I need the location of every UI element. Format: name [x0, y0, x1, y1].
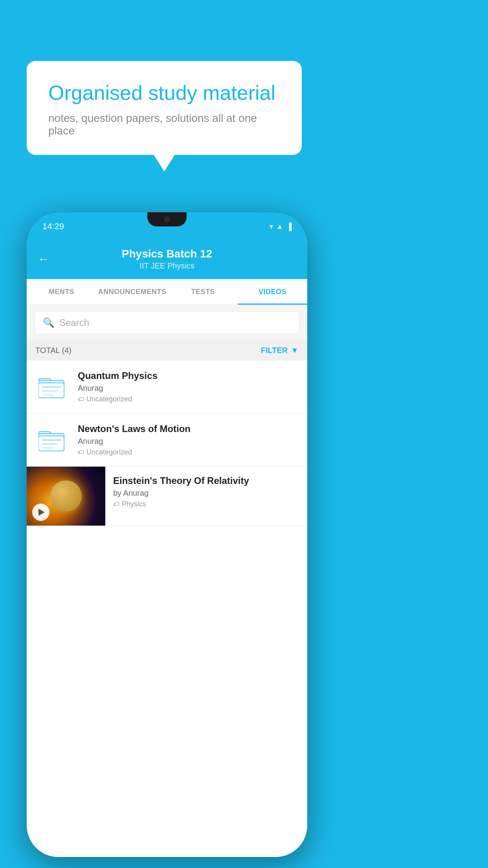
header-title: Physics Batch 12: [122, 248, 212, 260]
svg-rect-2: [42, 386, 61, 388]
svg-rect-8: [42, 443, 57, 445]
einstein-thumbnail: [27, 467, 105, 526]
video-info: Quantum Physics Anurag 🏷 Uncategorized: [78, 370, 299, 403]
planet-shape: [50, 480, 82, 512]
video-tag: 🏷 Uncategorized: [78, 448, 299, 456]
tag-icon: 🏷: [113, 501, 119, 508]
play-button[interactable]: [32, 504, 50, 521]
play-triangle-icon: [39, 509, 45, 516]
back-button[interactable]: ←: [38, 252, 50, 266]
folder-icon: [39, 375, 66, 399]
video-title: Einstein's Theory Of Relativity: [113, 475, 299, 486]
tag-label: Physics: [122, 500, 146, 508]
video-tag: 🏷 Physics: [113, 500, 299, 508]
video-info: Einstein's Theory Of Relativity by Anura…: [105, 467, 307, 517]
speech-bubble-container: Organised study material notes, question…: [27, 61, 302, 155]
tab-announcements[interactable]: ANNOUNCEMENTS: [96, 279, 169, 305]
total-count-label: TOTAL (4): [35, 346, 72, 355]
battery-icon: ▐: [286, 223, 292, 231]
folder-icon-container: [35, 422, 70, 458]
tabs-bar: MENTS ANNOUNCEMENTS TESTS VIDEOS: [27, 279, 307, 305]
filter-bar: TOTAL (4) FILTER ▼: [27, 340, 307, 360]
video-list: Quantum Physics Anurag 🏷 Uncategorized: [27, 360, 307, 526]
search-icon: 🔍: [43, 317, 55, 328]
tag-icon: 🏷: [78, 396, 84, 403]
search-placeholder: Search: [59, 317, 89, 328]
tag-label: Uncategorized: [86, 395, 132, 403]
screen: ← Physics Batch 12 IIT JEE Physics MENTS…: [27, 241, 307, 857]
status-time: 14:29: [42, 221, 64, 232]
svg-rect-7: [42, 439, 61, 441]
tab-videos[interactable]: VIDEOS: [238, 279, 307, 305]
filter-button[interactable]: FILTER ▼: [261, 346, 299, 355]
header-subtitle: IIT JEE Physics: [122, 261, 212, 270]
search-bar[interactable]: 🔍 Search: [35, 311, 299, 334]
wifi-icon: ▾: [270, 222, 273, 231]
camera-dot: [164, 217, 170, 222]
header-title-group: Physics Batch 12 IIT JEE Physics: [122, 248, 212, 270]
speech-bubble-subtext: notes, question papers, solutions all at…: [48, 112, 280, 137]
search-container: 🔍 Search: [27, 305, 307, 340]
video-author: Anurag: [78, 384, 299, 393]
video-author: by Anurag: [113, 489, 299, 498]
folder-icon-container: [35, 369, 70, 405]
filter-label: FILTER: [261, 346, 288, 355]
video-title: Quantum Physics: [78, 370, 299, 381]
speech-bubble: Organised study material notes, question…: [27, 61, 302, 155]
tag-label: Uncategorized: [86, 448, 132, 456]
status-icons: ▾ ▲ ▐: [270, 222, 292, 231]
folder-icon: [39, 428, 66, 452]
tag-icon: 🏷: [78, 449, 84, 456]
signal-icon: ▲: [276, 223, 283, 231]
app-header: ← Physics Batch 12 IIT JEE Physics: [27, 241, 307, 279]
video-tag: 🏷 Uncategorized: [78, 395, 299, 403]
video-title: Newton's Laws of Motion: [78, 423, 299, 434]
list-item[interactable]: Newton's Laws of Motion Anurag 🏷 Uncateg…: [27, 414, 307, 467]
svg-rect-4: [42, 394, 54, 396]
list-item[interactable]: Einstein's Theory Of Relativity by Anura…: [27, 467, 307, 526]
speech-bubble-heading: Organised study material: [48, 81, 280, 105]
phone: 14:29 ▾ ▲ ▐ ← Physics Batch 12 IIT JEE P…: [27, 212, 307, 857]
video-author: Anurag: [78, 437, 299, 446]
tab-tests[interactable]: TESTS: [168, 279, 238, 305]
tab-ments[interactable]: MENTS: [27, 279, 96, 305]
list-item[interactable]: Quantum Physics Anurag 🏷 Uncategorized: [27, 360, 307, 414]
phone-notch: [147, 212, 187, 226]
svg-rect-3: [42, 390, 57, 392]
video-info: Newton's Laws of Motion Anurag 🏷 Uncateg…: [78, 423, 299, 456]
svg-rect-9: [42, 447, 54, 449]
filter-icon: ▼: [291, 346, 299, 355]
status-bar: 14:29 ▾ ▲ ▐: [27, 212, 307, 241]
